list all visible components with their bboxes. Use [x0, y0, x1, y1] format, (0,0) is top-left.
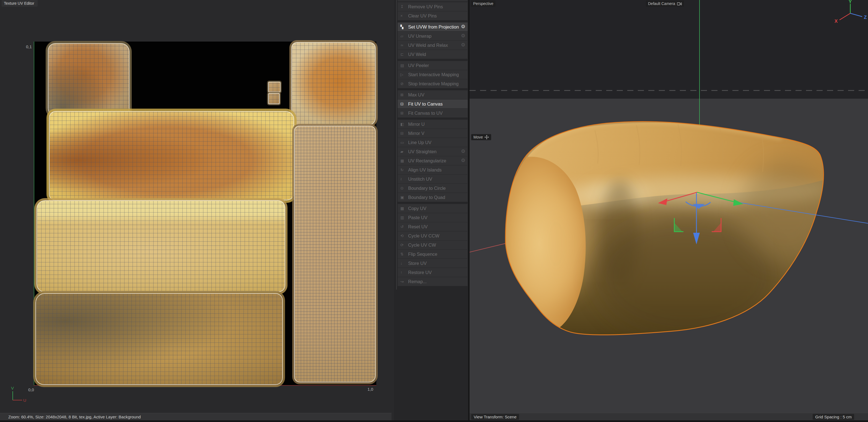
- uv-island-tall-right[interactable]: [294, 126, 376, 383]
- gear-icon[interactable]: ⚙: [461, 42, 465, 48]
- menu-item-cycle-uv-cw[interactable]: ⟳Cycle UV CW: [398, 241, 468, 249]
- menu-item-align-uv-islands[interactable]: ↻Align UV Islands: [398, 165, 468, 174]
- menu-item-start-interactive-mapping[interactable]: ▷Start Interactive Mapping: [398, 70, 468, 79]
- menu-item-fit-canvas-to-uv[interactable]: ⊞Fit Canvas to UV: [398, 109, 468, 117]
- menu-item-label: Reset UV: [408, 224, 428, 229]
- gear-icon[interactable]: ⚙: [461, 24, 465, 30]
- uv-island-end-cap-top-right[interactable]: [291, 42, 376, 125]
- fit-uv-icon: ⊡: [400, 102, 408, 106]
- menu-item-label: Mirror V: [408, 131, 425, 136]
- menu-item-label: Start Interactive Mapping: [408, 72, 459, 77]
- perspective-viewport[interactable]: Y X Z Perspective Default Camera Move: [470, 0, 868, 413]
- menu-item-label: Copy UV: [408, 206, 426, 211]
- menu-item-uv-straighten[interactable]: ▰UV Straighten⚙: [398, 147, 468, 156]
- weld-icon: ⊏: [400, 52, 408, 57]
- menu-group: ↧Remove UV Pins×Clear UV Pins: [398, 2, 468, 20]
- menu-group: ▩Copy UV▥Paste UV↺Reset UV⟲Cycle UV CCW⟳…: [398, 204, 468, 286]
- menu-item-label: Fit UV to Canvas: [408, 102, 443, 107]
- menu-item-label: Fit Canvas to UV: [408, 111, 443, 116]
- menu-item-clear-uv-pins[interactable]: ×Clear UV Pins: [398, 11, 468, 20]
- uv-island-middle-side[interactable]: [36, 200, 285, 292]
- gear-icon[interactable]: ⚙: [461, 158, 465, 164]
- restore-icon: ↑: [400, 270, 408, 275]
- stop-icon: ⊘: [400, 81, 408, 86]
- viewport-scene: Y X Z: [470, 0, 868, 413]
- menu-item-uv-weld-and-relax[interactable]: ≃UV Weld and Relax⚙: [398, 41, 468, 50]
- uv-canvas[interactable]: [34, 41, 376, 386]
- menu-item-uv-weld[interactable]: ⊏UV Weld: [398, 50, 468, 59]
- menu-item-boundary-to-circle[interactable]: ⊙Boundary to Circle: [398, 184, 468, 193]
- gear-icon[interactable]: ⚙: [461, 33, 465, 39]
- menu-item-uv-peeler[interactable]: ▤UV Peeler: [398, 61, 468, 70]
- menu-item-label: Clear UV Pins: [408, 13, 437, 19]
- uv-corner-label-01: 0,1: [26, 44, 32, 49]
- menu-item-unstitch-uv[interactable]: ≀Unstitch UV: [398, 174, 468, 184]
- uv-commands-list: ↧Remove UV Pins×Clear UV Pins▚Set UVW fr…: [398, 0, 468, 288]
- copy-icon: ▩: [400, 206, 408, 210]
- line-up-icon: ▭: [400, 140, 408, 145]
- menu-item-copy-uv[interactable]: ▩Copy UV: [398, 204, 468, 213]
- uv-island-side-crust[interactable]: [49, 111, 294, 200]
- menu-item-boundary-to-quad[interactable]: ▣Boundary to Quad: [398, 193, 468, 202]
- align-islands-icon: ↻: [400, 168, 408, 172]
- menu-item-label: Remap...: [408, 279, 427, 284]
- remove-pin-icon: ↧: [400, 4, 408, 9]
- axis-z-label: Z: [864, 15, 867, 20]
- viewport-view-menu[interactable]: Perspective: [471, 1, 496, 7]
- uv-v-axis-line: [34, 41, 34, 386]
- menu-item-flip-sequence[interactable]: ⇅Flip Sequence: [398, 250, 468, 258]
- menu-item-max-uv[interactable]: ⊠Max UV: [398, 90, 468, 99]
- uv-island-small-square-2[interactable]: [268, 93, 280, 104]
- v-axis-label: V: [11, 386, 14, 390]
- menu-item-line-up-uv[interactable]: ▭Line Up UV: [398, 138, 468, 147]
- max-uv-icon: ⊠: [400, 92, 408, 97]
- menu-item-label: Max UV: [408, 92, 425, 97]
- play-icon: ▷: [400, 72, 408, 77]
- menu-item-uv-unwrap[interactable]: ▱UV Unwrap⚙: [398, 32, 468, 40]
- menu-item-label: Cycle UV CW: [408, 243, 436, 248]
- menu-item-label: Boundary to Quad: [408, 195, 445, 200]
- viewport-camera-selector[interactable]: Default Camera: [646, 1, 684, 7]
- menu-item-partial[interactable]: [398, 0, 468, 1]
- menu-item-mirror-u[interactable]: ◧Mirror U: [398, 120, 468, 129]
- weld-relax-icon: ≃: [400, 43, 408, 47]
- menu-item-label: Remove UV Pins: [408, 4, 443, 9]
- menu-item-label: Cycle UV CCW: [408, 233, 439, 238]
- menu-item-restore-uv[interactable]: ↑Restore UV: [398, 268, 468, 277]
- axis-orientation-gizmo: Y X Z: [835, 0, 867, 24]
- uv-island-bottom-side[interactable]: [35, 293, 283, 385]
- menu-item-label: Paste UV: [408, 215, 428, 220]
- menu-group: ▚Set UVW from Projection⚙▱UV Unwrap⚙≃UV …: [398, 23, 468, 59]
- boundary-quad-icon: ▣: [400, 195, 408, 199]
- menu-item-cycle-uv-ccw[interactable]: ⟲Cycle UV CCW: [398, 231, 468, 240]
- menu-item-label: Stop Interactive Mapping: [408, 81, 459, 86]
- menu-item-label: Restore UV: [408, 270, 432, 275]
- grid-spacing-status: Grid Spacing : 5 cm: [813, 414, 854, 420]
- menu-item-remap[interactable]: ↝Remap...: [398, 277, 468, 286]
- menu-item-stop-interactive-mapping[interactable]: ⊘Stop Interactive Mapping: [398, 79, 468, 88]
- menu-item-fit-uv-to-canvas[interactable]: ⊡Fit UV to Canvas: [398, 100, 468, 108]
- flip-sequence-icon: ⇅: [400, 252, 408, 256]
- menu-item-paste-uv[interactable]: ▥Paste UV: [398, 213, 468, 222]
- uv-commands-palette: ↧Remove UV Pins×Clear UV Pins▚Set UVW fr…: [394, 0, 468, 422]
- menu-item-store-uv[interactable]: ↓Store UV: [398, 259, 468, 268]
- window-bottom-edge: [0, 420, 868, 422]
- menu-item-label: Align UV Islands: [408, 167, 442, 173]
- mirror-u-icon: ◧: [400, 122, 408, 126]
- menu-item-mirror-v[interactable]: ⊟Mirror V: [398, 129, 468, 138]
- menu-item-label: UV Straighten: [408, 149, 437, 154]
- move-tool-icon: [485, 135, 489, 139]
- uv-island-small-square-1[interactable]: [268, 82, 281, 92]
- menu-item-uv-rectangularize[interactable]: ▦UV Rectangularize⚙: [398, 156, 468, 165]
- menu-item-remove-uv-pins[interactable]: ↧Remove UV Pins: [398, 2, 468, 11]
- fit-canvas-icon: ⊞: [400, 111, 408, 115]
- gear-icon[interactable]: ⚙: [461, 148, 465, 154]
- menu-item-label: UV Rectangularize: [408, 158, 446, 164]
- boundary-circle-icon: ⊙: [400, 186, 408, 190]
- uv-island-end-cap-top-left[interactable]: [48, 43, 129, 117]
- store-icon: ↓: [400, 261, 408, 265]
- palette-groove[interactable]: [396, 0, 397, 289]
- menu-item-reset-uv[interactable]: ↺Reset UV: [398, 222, 468, 231]
- peeler-icon: ▤: [400, 63, 408, 67]
- menu-item-set-uvw-from-projection[interactable]: ▚Set UVW from Projection⚙: [398, 23, 468, 31]
